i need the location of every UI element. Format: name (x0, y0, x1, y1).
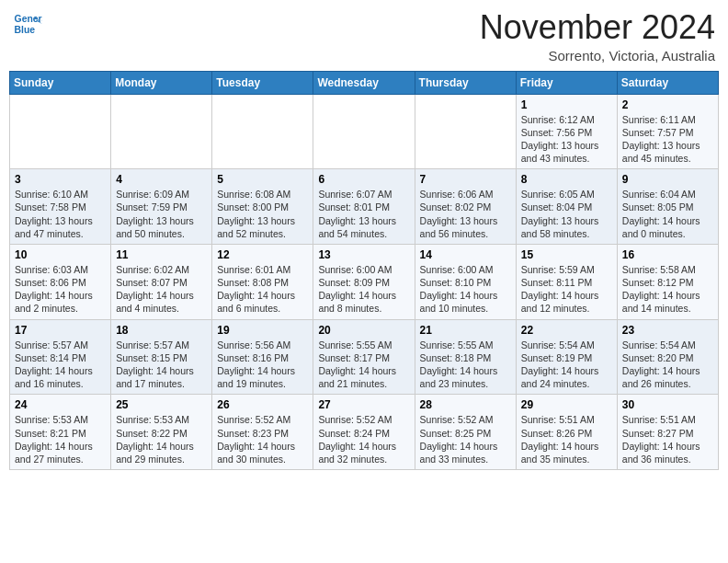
logo-icon: General Blue (13, 9, 42, 39)
weekday-header-row: SundayMondayTuesdayWednesdayThursdayFrid… (10, 71, 719, 94)
day-number: 26 (217, 398, 308, 411)
cell-content: Sunrise: 6:04 AMSunset: 8:05 PMDaylight:… (622, 188, 713, 240)
calendar-cell: 5Sunrise: 6:08 AMSunset: 8:00 PMDaylight… (212, 169, 313, 245)
cell-content: Sunrise: 5:52 AMSunset: 8:24 PMDaylight:… (318, 413, 409, 465)
day-number: 27 (318, 398, 409, 411)
weekday-header: Sunday (10, 71, 111, 94)
calendar-cell: 2Sunrise: 6:11 AMSunset: 7:57 PMDaylight… (617, 94, 718, 169)
cell-content: Sunrise: 6:00 AMSunset: 8:09 PMDaylight:… (318, 263, 409, 316)
calendar-week-row: 17Sunrise: 5:57 AMSunset: 8:14 PMDayligh… (10, 319, 719, 395)
calendar-cell: 22Sunrise: 5:54 AMSunset: 8:19 PMDayligh… (516, 319, 617, 395)
svg-text:Blue: Blue (15, 25, 36, 35)
calendar-cell: 21Sunrise: 5:55 AMSunset: 8:18 PMDayligh… (415, 319, 516, 395)
day-number: 19 (217, 324, 308, 337)
day-number: 24 (15, 398, 106, 411)
logo: General Blue (13, 9, 42, 39)
location-subtitle: Sorrento, Victoria, Australia (480, 48, 715, 63)
day-number: 8 (521, 173, 612, 186)
day-number: 12 (217, 248, 308, 261)
calendar-cell: 13Sunrise: 6:00 AMSunset: 8:09 PMDayligh… (313, 244, 415, 319)
day-number: 2 (622, 98, 713, 111)
weekday-header: Monday (111, 71, 212, 94)
day-number: 1 (521, 98, 612, 111)
calendar-cell (111, 94, 212, 169)
cell-content: Sunrise: 6:05 AMSunset: 8:04 PMDaylight:… (521, 188, 612, 240)
cell-content: Sunrise: 6:01 AMSunset: 8:08 PMDaylight:… (217, 263, 308, 316)
calendar-cell: 26Sunrise: 5:52 AMSunset: 8:23 PMDayligh… (212, 395, 313, 470)
calendar-cell: 29Sunrise: 5:51 AMSunset: 8:26 PMDayligh… (516, 395, 617, 470)
cell-content: Sunrise: 6:06 AMSunset: 8:02 PMDaylight:… (420, 188, 511, 240)
calendar-cell: 7Sunrise: 6:06 AMSunset: 8:02 PMDaylight… (415, 169, 516, 245)
cell-content: Sunrise: 6:12 AMSunset: 7:56 PMDaylight:… (521, 113, 612, 166)
calendar-cell (10, 94, 111, 169)
cell-content: Sunrise: 6:03 AMSunset: 8:06 PMDaylight:… (15, 263, 106, 316)
cell-content: Sunrise: 6:09 AMSunset: 7:59 PMDaylight:… (116, 188, 207, 240)
cell-content: Sunrise: 5:53 AMSunset: 8:21 PMDaylight:… (15, 413, 106, 465)
calendar-cell (212, 94, 313, 169)
cell-content: Sunrise: 5:59 AMSunset: 8:11 PMDaylight:… (521, 263, 612, 316)
calendar-cell: 12Sunrise: 6:01 AMSunset: 8:08 PMDayligh… (212, 244, 313, 319)
calendar-cell (313, 94, 415, 169)
day-number: 16 (622, 248, 713, 261)
calendar-cell: 20Sunrise: 5:55 AMSunset: 8:17 PMDayligh… (313, 319, 415, 395)
cell-content: Sunrise: 5:57 AMSunset: 8:14 PMDaylight:… (15, 339, 106, 391)
cell-content: Sunrise: 6:02 AMSunset: 8:07 PMDaylight:… (116, 263, 207, 316)
weekday-header: Friday (516, 71, 617, 94)
cell-content: Sunrise: 5:54 AMSunset: 8:19 PMDaylight:… (521, 339, 612, 391)
calendar-cell: 25Sunrise: 5:53 AMSunset: 8:22 PMDayligh… (111, 395, 212, 470)
weekday-header: Wednesday (313, 71, 415, 94)
calendar-cell: 4Sunrise: 6:09 AMSunset: 7:59 PMDaylight… (111, 169, 212, 245)
day-number: 7 (420, 173, 511, 186)
calendar-cell: 11Sunrise: 6:02 AMSunset: 8:07 PMDayligh… (111, 244, 212, 319)
cell-content: Sunrise: 5:58 AMSunset: 8:12 PMDaylight:… (622, 263, 713, 316)
calendar-cell: 15Sunrise: 5:59 AMSunset: 8:11 PMDayligh… (516, 244, 617, 319)
svg-text:General: General (15, 14, 42, 24)
day-number: 18 (116, 324, 207, 337)
cell-content: Sunrise: 6:11 AMSunset: 7:57 PMDaylight:… (622, 113, 713, 166)
cell-content: Sunrise: 5:54 AMSunset: 8:20 PMDaylight:… (622, 339, 713, 391)
calendar-cell: 8Sunrise: 6:05 AMSunset: 8:04 PMDaylight… (516, 169, 617, 245)
cell-content: Sunrise: 6:07 AMSunset: 8:01 PMDaylight:… (318, 188, 409, 240)
cell-content: Sunrise: 5:56 AMSunset: 8:16 PMDaylight:… (217, 339, 308, 391)
month-title: November 2024 (480, 9, 715, 46)
cell-content: Sunrise: 6:00 AMSunset: 8:10 PMDaylight:… (420, 263, 511, 316)
calendar-cell: 24Sunrise: 5:53 AMSunset: 8:21 PMDayligh… (10, 395, 111, 470)
calendar-cell (415, 94, 516, 169)
calendar-cell: 27Sunrise: 5:52 AMSunset: 8:24 PMDayligh… (313, 395, 415, 470)
cell-content: Sunrise: 5:51 AMSunset: 8:27 PMDaylight:… (622, 413, 713, 465)
title-block: November 2024 Sorrento, Victoria, Austra… (480, 9, 715, 63)
cell-content: Sunrise: 5:51 AMSunset: 8:26 PMDaylight:… (521, 413, 612, 465)
day-number: 14 (420, 248, 511, 261)
calendar-cell: 19Sunrise: 5:56 AMSunset: 8:16 PMDayligh… (212, 319, 313, 395)
calendar-cell: 16Sunrise: 5:58 AMSunset: 8:12 PMDayligh… (617, 244, 718, 319)
weekday-header: Thursday (415, 71, 516, 94)
cell-content: Sunrise: 6:10 AMSunset: 7:58 PMDaylight:… (15, 188, 106, 240)
weekday-header: Tuesday (212, 71, 313, 94)
calendar-week-row: 24Sunrise: 5:53 AMSunset: 8:21 PMDayligh… (10, 395, 719, 470)
day-number: 3 (15, 173, 106, 186)
day-number: 28 (420, 398, 511, 411)
calendar-cell: 23Sunrise: 5:54 AMSunset: 8:20 PMDayligh… (617, 319, 718, 395)
calendar-cell: 1Sunrise: 6:12 AMSunset: 7:56 PMDaylight… (516, 94, 617, 169)
calendar-cell: 10Sunrise: 6:03 AMSunset: 8:06 PMDayligh… (10, 244, 111, 319)
calendar-table: SundayMondayTuesdayWednesdayThursdayFrid… (9, 71, 719, 470)
cell-content: Sunrise: 5:52 AMSunset: 8:23 PMDaylight:… (217, 413, 308, 465)
calendar-cell: 6Sunrise: 6:07 AMSunset: 8:01 PMDaylight… (313, 169, 415, 245)
cell-content: Sunrise: 5:57 AMSunset: 8:15 PMDaylight:… (116, 339, 207, 391)
cell-content: Sunrise: 6:08 AMSunset: 8:00 PMDaylight:… (217, 188, 308, 240)
day-number: 9 (622, 173, 713, 186)
calendar-cell: 9Sunrise: 6:04 AMSunset: 8:05 PMDaylight… (617, 169, 718, 245)
weekday-header: Saturday (617, 71, 718, 94)
cell-content: Sunrise: 5:53 AMSunset: 8:22 PMDaylight:… (116, 413, 207, 465)
calendar-cell: 17Sunrise: 5:57 AMSunset: 8:14 PMDayligh… (10, 319, 111, 395)
calendar-week-row: 10Sunrise: 6:03 AMSunset: 8:06 PMDayligh… (10, 244, 719, 319)
calendar-cell: 18Sunrise: 5:57 AMSunset: 8:15 PMDayligh… (111, 319, 212, 395)
cell-content: Sunrise: 5:52 AMSunset: 8:25 PMDaylight:… (420, 413, 511, 465)
calendar-cell: 28Sunrise: 5:52 AMSunset: 8:25 PMDayligh… (415, 395, 516, 470)
day-number: 25 (116, 398, 207, 411)
calendar-week-row: 3Sunrise: 6:10 AMSunset: 7:58 PMDaylight… (10, 169, 719, 245)
day-number: 20 (318, 324, 409, 337)
day-number: 6 (318, 173, 409, 186)
calendar-week-row: 1Sunrise: 6:12 AMSunset: 7:56 PMDaylight… (10, 94, 719, 169)
day-number: 10 (15, 248, 106, 261)
